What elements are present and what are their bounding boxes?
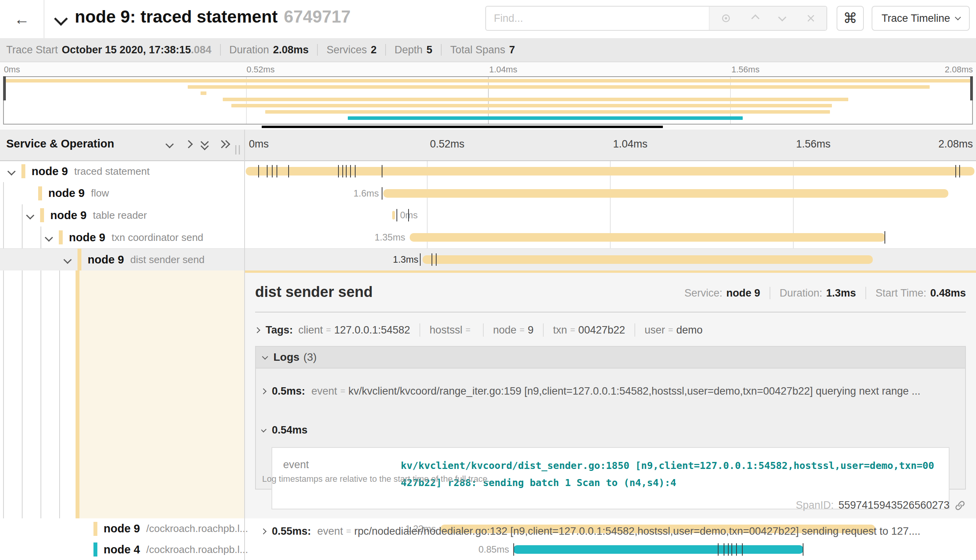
start-time-value: 0.48ms — [930, 287, 966, 299]
find-control — [485, 6, 827, 31]
span-bar-cell[interactable]: 0.85ms — [244, 539, 976, 560]
span-bar-cell[interactable] — [244, 160, 976, 183]
collapse-all-icon[interactable] — [202, 139, 208, 149]
span-service: node 4 — [104, 543, 140, 556]
span-operation: flow — [91, 187, 109, 199]
minimap-left-drag-handle[interactable] — [3, 76, 6, 100]
service-value: node 9 — [726, 287, 760, 299]
log-marker-tick — [728, 543, 729, 556]
clear-search-icon[interactable] — [806, 13, 816, 23]
chevron-down-icon[interactable] — [63, 256, 72, 264]
log-marker-tick — [408, 209, 409, 221]
locate-icon[interactable] — [720, 12, 732, 24]
divider — [317, 44, 318, 56]
minimap-scroll-indicator[interactable] — [262, 126, 663, 128]
ruler-tick: 1.56ms — [796, 138, 831, 150]
back-button[interactable]: ← — [0, 0, 44, 38]
expand-one-icon[interactable] — [185, 140, 193, 148]
log-marker-tick — [959, 165, 960, 177]
span-color-chip — [38, 186, 42, 200]
divider — [220, 44, 221, 56]
span-service: node 9 — [50, 209, 86, 222]
logs-header[interactable]: Logs (3) — [256, 347, 965, 369]
minimap-canvas[interactable] — [3, 76, 973, 125]
collapse-one-icon[interactable] — [166, 140, 174, 148]
span-bar[interactable] — [423, 255, 873, 264]
log-marker-tick — [718, 543, 719, 556]
span-service: node 9 — [104, 522, 140, 535]
log-marker-tick — [338, 165, 339, 177]
log-entry-2-header[interactable]: 0.54ms — [261, 421, 960, 439]
span-color-chip — [78, 249, 81, 270]
tags-label: Tags: — [266, 324, 293, 336]
find-prev-icon[interactable] — [751, 14, 759, 22]
span-detail-header: dist sender send Service: node 9 Duratio… — [255, 284, 966, 305]
logs-title: Logs — [273, 351, 299, 363]
log-entry-3[interactable]: 0.55ms: event = rpc/nodedialer/nodediale… — [261, 523, 960, 540]
minimap-span-bar — [223, 98, 848, 101]
ruler-tick: 1.04ms — [613, 138, 648, 150]
service-label: Service: — [684, 287, 722, 299]
span-row-dist-sender-send-selected[interactable]: node 9 dist sender send 1.3ms — [0, 248, 976, 270]
find-next-icon[interactable] — [778, 13, 786, 21]
find-input[interactable] — [486, 7, 709, 30]
total-spans-value: 7 — [509, 44, 515, 56]
span-row-node4-roachpb[interactable]: node 4 /cockroach.roachpb.l... 0.85ms — [0, 539, 976, 560]
duration-value: 2.08ms — [273, 44, 309, 56]
chevron-right-icon — [261, 528, 266, 534]
page-title: node 9: traced statement6749717 — [75, 7, 351, 26]
log-value: kv/kvclient/kvcoord/range_iter.go:159 [n… — [348, 385, 920, 397]
divider — [543, 323, 544, 337]
expand-all-icon[interactable] — [219, 141, 229, 147]
log-time: 0.5ms: — [272, 385, 305, 397]
span-id-label: SpanID: — [796, 499, 834, 511]
tag-client: client=127.0.0.1:54582 — [298, 324, 410, 336]
log-marker-tick — [884, 231, 885, 244]
tags-row[interactable]: Tags: client=127.0.0.1:54582 hostssl= no… — [255, 319, 966, 341]
trace-summary-bar: Trace Start October 15 2020, 17:38:15.08… — [0, 38, 976, 62]
chevron-down-icon[interactable] — [7, 167, 16, 176]
chevron-down-icon[interactable] — [26, 211, 34, 219]
log-marker-tick — [267, 165, 268, 177]
depth-value: 5 — [426, 44, 432, 56]
minimap-tick: 0ms — [4, 65, 20, 75]
span-detail-operation: dist sender send — [255, 284, 373, 300]
span-bar[interactable] — [513, 545, 803, 554]
log-marker-tick — [731, 543, 732, 556]
span-row-txn-coordinator-send[interactable]: node 9 txn coordinator send 1.35ms — [0, 226, 976, 249]
trace-view-page: ← node 9: traced statement6749717 — [0, 0, 976, 560]
trace-timeline-view-button[interactable]: Trace Timeline — [872, 6, 970, 31]
span-bar-cell[interactable]: 1.3ms — [244, 249, 976, 270]
trace-collapse-toggle[interactable] — [54, 12, 69, 27]
log-entry-1[interactable]: 0.5ms: event = kv/kvclient/kvcoord/range… — [261, 383, 960, 400]
divider — [634, 323, 635, 337]
chevron-down-icon[interactable] — [45, 233, 53, 241]
span-bar[interactable] — [383, 189, 948, 198]
column-resize-grip[interactable] — [235, 145, 240, 154]
span-bar-cell[interactable]: 1.35ms — [244, 226, 976, 249]
tag-hostssl: hostssl= — [430, 324, 474, 336]
name-timeline-divider[interactable] — [244, 130, 245, 560]
span-row-traced-statement[interactable]: node 9 traced statement — [0, 160, 976, 183]
minimap-span-bar — [201, 91, 206, 95]
log-marker-tick — [382, 165, 382, 177]
log-time: 0.54ms — [272, 424, 308, 436]
span-bar-cell[interactable]: 1.6ms — [244, 183, 976, 205]
span-bar[interactable] — [410, 233, 885, 242]
keyboard-shortcuts-button[interactable]: ⌘ — [837, 6, 864, 31]
span-operation: dist sender send — [130, 254, 204, 266]
link-icon[interactable] — [954, 500, 966, 511]
span-bar-cell[interactable]: 0ms — [244, 204, 976, 226]
log-marker-tick — [355, 165, 356, 177]
span-id-value: 5597415943526560273 — [839, 499, 950, 511]
minimap-tick: 0.52ms — [247, 65, 275, 75]
span-row-table-reader[interactable]: node 9 table reader 0ms — [0, 204, 976, 226]
log-time: 0.55ms: — [272, 525, 311, 537]
log-marker-tick — [277, 165, 277, 177]
duration-label: Duration — [229, 44, 269, 56]
minimap-right-drag-handle[interactable] — [970, 76, 973, 100]
chevron-right-icon — [254, 327, 261, 333]
span-bar[interactable] — [392, 211, 395, 219]
span-color-chip — [93, 542, 97, 556]
span-row-flow[interactable]: node 9 flow 1.6ms — [0, 183, 976, 205]
